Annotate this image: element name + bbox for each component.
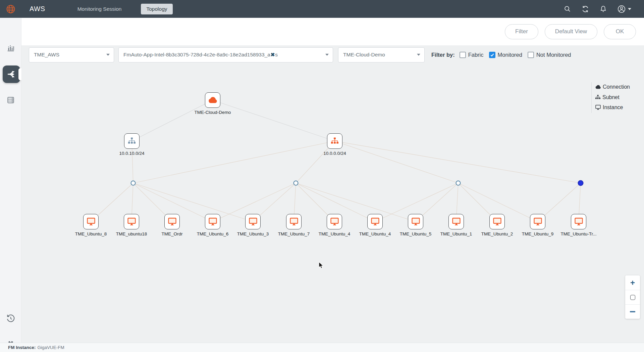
user-account-icon[interactable] [617, 5, 631, 13]
search-icon[interactable] [564, 5, 571, 13]
instance-node[interactable] [245, 214, 261, 229]
zoom-out-button[interactable] [625, 304, 640, 319]
connection-node-label: TME-Cloud-Demo [195, 110, 231, 115]
dashboard-chart-icon[interactable] [0, 43, 21, 52]
instance-node-label: TME_Ubuntu_8 [75, 231, 107, 236]
checkbox-fabric[interactable]: Fabric [460, 52, 484, 58]
checkbox-not-monitored[interactable]: Not Monitored [528, 52, 571, 58]
topology-toolbar: FilterDefault ViewOK [21, 18, 644, 45]
nav-item-monitoring-session[interactable]: Monitoring Session [77, 6, 122, 12]
checkbox-label: Fabric [468, 52, 484, 58]
topology-canvas[interactable] [21, 45, 644, 343]
chevron-down-icon [106, 54, 110, 56]
legend-label: Connection [603, 84, 630, 90]
instance-node[interactable] [164, 214, 180, 229]
filter-button[interactable]: Filter [505, 24, 538, 39]
checkbox-label: Monitored [498, 52, 522, 58]
history-icon[interactable] [0, 313, 21, 323]
connection-dropdown[interactable]: TME_AWS [29, 47, 114, 62]
instance-node-label: TME_Ubuntu_6 [197, 231, 229, 236]
fit-view-icon [630, 295, 635, 300]
cloud-icon [595, 84, 601, 90]
chevron-down-icon [325, 54, 329, 56]
checkbox-label: Not Monitored [536, 52, 571, 58]
instance-node[interactable] [367, 214, 383, 229]
nav-tab-topology[interactable]: Topology [141, 4, 172, 14]
instance-node-label: TME_Ubuntu_5 [400, 231, 432, 236]
instance-node[interactable] [489, 214, 505, 229]
filter-row: TME_AWS FmAuto-App-Intel-8b3c3075-728d-4… [29, 47, 571, 62]
left-sidebar [0, 18, 21, 343]
subnet-node-label: 10.0.10.0/24 [119, 151, 144, 156]
ok-button[interactable]: OK [604, 24, 636, 39]
collapse-node[interactable] [131, 181, 136, 186]
subnet-node-label: 10.0.0.0/24 [323, 151, 346, 156]
instance-node[interactable] [286, 214, 302, 229]
instance-node-label: TME_Ubuntu_4 [319, 231, 351, 236]
instance-node-label: TME_Ubuntu_7 [278, 231, 310, 236]
instance-node[interactable] [83, 214, 99, 229]
checkbox-unchecked-icon[interactable] [460, 52, 466, 58]
subnet-node[interactable] [327, 133, 342, 149]
instance-node-label: TME_Ubuntu-Tr... [561, 231, 597, 236]
collapse-node[interactable] [456, 181, 461, 186]
instance-icon [595, 104, 601, 111]
refresh-icon[interactable] [581, 5, 589, 13]
filter-by-label: Filter by: [431, 52, 455, 58]
legend-item-subnet: Subnet [595, 94, 630, 100]
checkbox-checked-icon[interactable] [489, 52, 495, 58]
legend-label: Instance [603, 104, 623, 111]
sidebar-active-notch [18, 68, 21, 80]
instance-node[interactable] [205, 214, 220, 229]
checkbox-unchecked-icon[interactable] [528, 52, 534, 58]
status-bar: FM Instance: GigaVUE-FM [0, 343, 644, 352]
collapse-node-selected[interactable] [578, 180, 584, 186]
view-dropdown[interactable]: TME-Cloud-Demo [338, 47, 425, 62]
notifications-bell-icon[interactable] [599, 5, 607, 13]
subnet-node[interactable] [124, 133, 140, 149]
app-logo-icon[interactable] [0, 3, 21, 15]
session-dropdown-value-tail: s [275, 52, 278, 58]
default-view-button[interactable]: Default View [545, 24, 597, 39]
zoom-out-icon [630, 311, 635, 312]
instance-node-label: TME_ubuntu18 [116, 231, 147, 236]
user-menu-caret-icon [628, 8, 631, 10]
instance-node-label: TME_Ubuntu_1 [440, 231, 472, 236]
zoom-controls: + [625, 275, 640, 319]
view-dropdown-value: TME-Cloud-Demo [343, 52, 385, 58]
instance-node-label: TME_Ubuntu_4 [359, 231, 391, 236]
fm-instance-label: FM Instance: [8, 345, 36, 350]
session-dropdown-value: FmAuto-App-Intel-8b3c3075-728d-4c2e-8a9c… [123, 52, 270, 58]
instance-node[interactable] [571, 214, 586, 229]
instance-node[interactable] [448, 214, 464, 229]
subnet-icon [595, 94, 601, 100]
connection-node[interactable] [205, 92, 220, 108]
traffic-topology-icon[interactable] [3, 65, 20, 83]
legend-item-instance: Instance [595, 104, 630, 111]
instance-node-label: TME_Ubuntu_2 [481, 231, 513, 236]
instance-node[interactable] [124, 214, 139, 229]
collapse-node[interactable] [293, 181, 299, 186]
connection-dropdown-value: TME_AWS [34, 52, 59, 58]
instance-node[interactable] [530, 214, 545, 229]
zoom-in-icon: + [630, 279, 635, 287]
topology-legend: ConnectionSubnetInstance [591, 82, 630, 113]
legend-label: Subnet [602, 94, 620, 100]
instance-node[interactable] [327, 214, 342, 229]
legend-item-connection: Connection [595, 84, 630, 90]
checkbox-monitored[interactable]: Monitored [489, 52, 522, 58]
top-navbar: AWS Monitoring Session Topology [0, 0, 644, 18]
instance-node-label: TME_Ordr [161, 231, 182, 236]
chevron-down-icon [417, 54, 420, 56]
zoom-in-button[interactable]: + [625, 275, 640, 290]
monitoring-session-dropdown[interactable]: FmAuto-App-Intel-8b3c3075-728d-4c2e-8a9c… [118, 47, 333, 62]
instance-node-label: TME_Ubuntu_9 [522, 231, 554, 236]
clear-selection-icon[interactable]: ✖ [271, 52, 275, 58]
instance-node[interactable] [408, 214, 423, 229]
fit-view-button[interactable] [625, 290, 640, 304]
fm-instance-value: GigaVUE-FM [38, 345, 64, 350]
instance-node-label: TME_Ubuntu_3 [237, 231, 269, 236]
page-title: AWS [30, 5, 45, 13]
inventory-server-icon[interactable] [0, 95, 21, 105]
